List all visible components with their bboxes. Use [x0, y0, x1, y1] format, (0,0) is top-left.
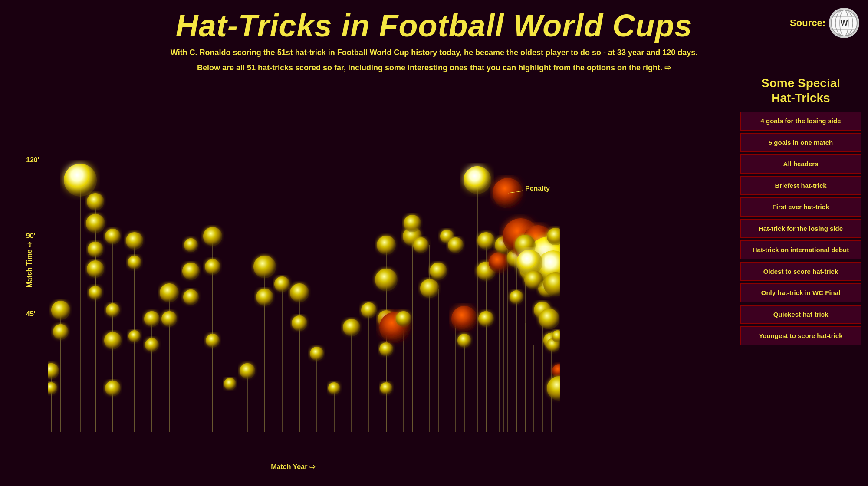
bubble: [420, 279, 439, 298]
bubble: [86, 214, 105, 233]
y-tick-45: 45': [26, 310, 36, 318]
bubble: [126, 232, 143, 250]
bubble: [184, 238, 198, 252]
bubble: [547, 376, 560, 401]
special-title: Some SpecialHat-Tricks: [740, 76, 861, 105]
bubble: [451, 306, 477, 332]
filter-losing-side[interactable]: Hat-trick for the losing side: [740, 219, 861, 238]
bubble: [106, 303, 120, 317]
bubble: [375, 269, 398, 291]
bubble: [290, 283, 309, 302]
bubble: [160, 283, 179, 302]
bubble: [144, 311, 160, 327]
bubble: [361, 302, 377, 318]
bubble: [524, 270, 543, 289]
bubble: [183, 289, 199, 305]
bubble: [105, 381, 121, 396]
bubble: [253, 256, 276, 278]
filter-all-headers[interactable]: All headers: [740, 154, 861, 174]
filter-international-debut[interactable]: Hat-trick on international debut: [740, 240, 861, 259]
bubble: [477, 232, 495, 250]
filter-quickest[interactable]: Quickest hat-trick: [740, 305, 861, 324]
bubble: [478, 311, 494, 327]
chart-svg: Penalty: [48, 76, 560, 432]
main-title: Hat-Tricks in Football World Cups: [0, 0, 868, 43]
bubble: [104, 332, 122, 349]
filter-briefest[interactable]: Briefest hat-trick: [740, 176, 861, 195]
bubble: [413, 237, 429, 253]
right-panel: Some SpecialHat-Tricks 4 goals for the l…: [740, 76, 861, 348]
y-tick-90: 90': [26, 232, 36, 240]
chart-area: Match Time ⇨ 120' 90' 45' Match Year ⇨: [26, 76, 560, 453]
bubble: [240, 363, 255, 379]
subtitle-line2: Below are all 51 hat-tricks scored so fa…: [0, 62, 868, 74]
filter-wc-final[interactable]: Only hat-trick in WC Final: [740, 283, 861, 302]
bubble: [182, 263, 200, 280]
svg-text:W: W: [841, 19, 848, 27]
filter-oldest[interactable]: Oldest to score hat-trick: [740, 262, 861, 281]
bubble: [274, 276, 290, 292]
bubble: [552, 364, 560, 378]
y-axis-label: Match Time ⇨: [25, 242, 33, 287]
filter-youngest[interactable]: Youngest to score hat-trick: [740, 326, 861, 345]
bubble: [464, 166, 491, 194]
bubble: [128, 330, 141, 342]
x-axis-label: Match Year ⇨: [271, 463, 315, 471]
bubble: [145, 338, 159, 352]
bubble: [105, 229, 121, 244]
filter-first-ever[interactable]: First ever hat-trick: [740, 197, 861, 217]
bubble: [539, 309, 559, 329]
bubble: [489, 252, 510, 273]
subtitle: With C. Ronaldo scoring the 51st hat-tri…: [0, 47, 868, 74]
filter-5goals-one-match[interactable]: 5 goals in one match: [740, 133, 861, 152]
source-area: Source: W: [790, 8, 859, 38]
bubble: [161, 311, 177, 327]
bubble: [328, 382, 340, 394]
bubble: [380, 382, 392, 394]
bubble: [224, 378, 236, 390]
bubble: [53, 324, 69, 340]
bubble: [510, 290, 523, 304]
bubble: [379, 342, 393, 356]
bubble: [448, 237, 464, 253]
bubble: [404, 215, 421, 232]
bubble: [128, 256, 141, 269]
bubble: [256, 289, 273, 306]
bubble: [377, 236, 396, 255]
bubble: [48, 382, 57, 394]
bubble: [203, 227, 222, 246]
wikipedia-logo: W: [829, 8, 859, 38]
bubble: [396, 311, 411, 327]
y-tick-120: 120': [26, 156, 39, 164]
subtitle-line1: With C. Ronaldo scoring the 51st hat-tri…: [0, 47, 868, 59]
bubble: [343, 319, 360, 336]
bubble: [89, 286, 102, 300]
bubble: [205, 259, 220, 275]
bubble: [457, 334, 471, 348]
bubble: [430, 263, 447, 280]
bubble: [48, 363, 59, 379]
bubble: [51, 301, 70, 320]
bubble: [206, 334, 220, 348]
bubble: [310, 347, 324, 361]
filter-4goals-losing[interactable]: 4 goals for the losing side: [740, 112, 861, 131]
bubble: [292, 315, 307, 331]
bubble: [87, 193, 104, 210]
bubble: [64, 164, 97, 197]
bubble: [87, 260, 104, 278]
bubble: [88, 242, 103, 257]
penalty-text: Penalty: [525, 185, 550, 192]
source-label: Source:: [790, 17, 825, 29]
